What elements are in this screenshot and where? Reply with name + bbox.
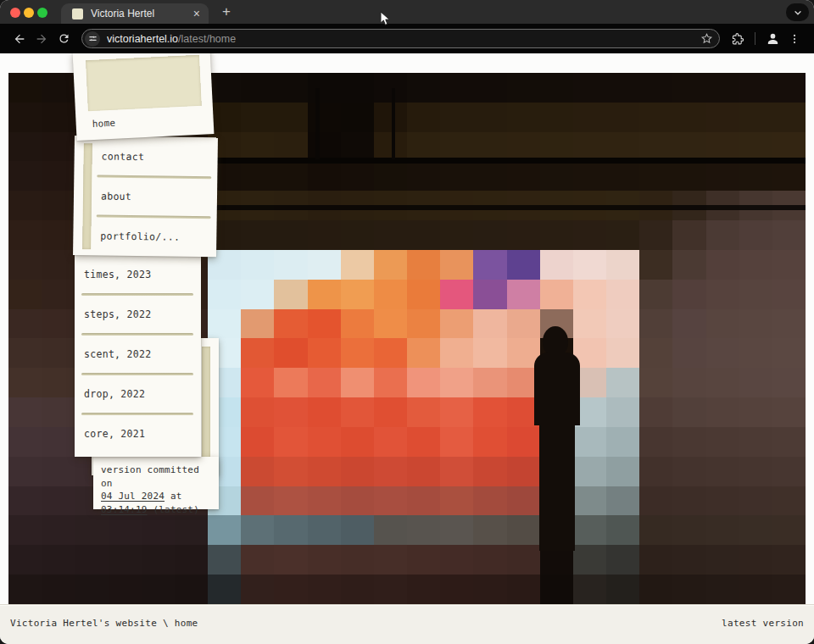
artwork-pixel — [241, 515, 274, 545]
artwork-pixel — [241, 220, 274, 250]
artwork-pixel — [42, 73, 75, 103]
version-text: (latest) — [148, 504, 199, 515]
artwork-pixel — [274, 486, 307, 516]
work-link-drop[interactable]: drop, 2022 — [75, 375, 201, 413]
artwork-pixel — [341, 73, 374, 103]
nav-link-contact[interactable]: contact — [74, 137, 218, 176]
artwork-pixel — [772, 161, 806, 191]
forward-arrow-icon — [35, 32, 48, 46]
nav-card-home[interactable]: home — [73, 53, 215, 141]
version-date-link[interactable]: 04 Jul 2024 — [101, 491, 164, 502]
profile-button[interactable] — [761, 28, 783, 50]
work-link-steps[interactable]: steps, 2022 — [75, 296, 201, 333]
tab-title: Victoria Hertel — [91, 8, 192, 19]
artwork-pixel — [606, 397, 639, 427]
artwork-pixel — [407, 486, 440, 516]
work-link-core[interactable]: core, 2021 — [75, 415, 201, 452]
artwork-pixel — [606, 309, 639, 339]
artwork-pixel — [308, 280, 341, 309]
artwork-pixel — [672, 103, 705, 132]
minimize-window-button[interactable] — [24, 8, 34, 18]
artwork-pixel — [42, 103, 75, 132]
tab-strip: Victoria Hertel × + — [0, 0, 814, 24]
artwork-pixel — [407, 397, 440, 427]
artwork-pixel — [606, 457, 639, 486]
artwork-pixel — [739, 486, 772, 516]
viewer-silhouette-torso — [534, 353, 580, 425]
artwork-pixel — [473, 73, 506, 103]
artwork-pixel — [308, 309, 341, 339]
artwork-pixel — [341, 103, 374, 132]
artwork-pixel — [308, 73, 341, 103]
back-button[interactable] — [8, 28, 31, 50]
artwork-pixel — [241, 486, 274, 516]
tab-search-button[interactable] — [786, 3, 809, 21]
artwork-pixel — [274, 220, 307, 250]
artwork-pixel — [274, 103, 307, 132]
site-settings-button[interactable] — [85, 31, 100, 47]
artwork-pixel — [507, 575, 540, 604]
artwork-pixel — [473, 309, 506, 339]
zoom-window-button[interactable] — [37, 8, 47, 18]
artwork-pixel — [440, 309, 473, 339]
artwork-pixel — [374, 103, 407, 132]
version-time-link[interactable]: 03:14:19 — [101, 504, 148, 515]
artwork-pixel — [8, 191, 42, 220]
url-path: /latest/home — [178, 33, 236, 45]
artwork-pixel — [8, 161, 42, 191]
artwork-pixel — [341, 457, 374, 486]
nav-link-portfolio[interactable]: portfolio/... — [73, 217, 217, 256]
viewer-silhouette-head — [543, 326, 568, 356]
artwork-pixel — [706, 515, 739, 545]
nav-link-home[interactable]: home — [92, 114, 202, 130]
forward-button[interactable] — [31, 28, 53, 50]
artwork-pixel — [540, 73, 573, 103]
ceiling-mount — [392, 88, 395, 159]
url-bar[interactable]: victoriahertel.io/latest/home — [81, 29, 720, 48]
artwork-pixel — [440, 545, 473, 575]
extensions-button[interactable] — [727, 28, 749, 50]
new-tab-button[interactable]: + — [216, 3, 237, 21]
artwork-pixel — [473, 368, 506, 397]
artwork-pixel — [672, 280, 705, 309]
artwork-pixel — [341, 575, 374, 604]
artwork-pixel — [507, 250, 540, 280]
artwork-pixel — [672, 368, 705, 397]
polaroid-photo — [86, 55, 202, 111]
card-spine — [202, 347, 210, 467]
work-link-scent[interactable]: scent, 2022 — [75, 336, 201, 373]
artwork-pixel — [241, 427, 274, 457]
artwork-pixel — [606, 250, 639, 280]
artwork-pixel — [639, 545, 672, 575]
artwork-pixel — [374, 545, 407, 575]
work-link-times[interactable]: times, 2023 — [75, 256, 201, 293]
bookmark-star-icon[interactable] — [700, 32, 713, 45]
artwork-pixel — [672, 73, 705, 103]
artwork-pixel — [75, 545, 108, 575]
artwork-pixel — [739, 575, 772, 604]
artwork-pixel — [274, 338, 307, 368]
artwork-pixel — [772, 397, 806, 427]
artwork-pixel — [473, 575, 506, 604]
artwork-pixel — [440, 515, 473, 545]
artwork-pixel — [639, 161, 672, 191]
nav-link-about[interactable]: about — [74, 177, 218, 216]
close-window-button[interactable] — [10, 8, 20, 18]
tab-close-icon[interactable]: × — [192, 8, 202, 19]
artwork-pixel — [241, 575, 274, 604]
reload-button[interactable] — [53, 28, 75, 50]
browser-tab[interactable]: Victoria Hertel × — [61, 3, 209, 24]
artwork-pixel — [706, 161, 739, 191]
artwork-pixel — [274, 280, 307, 309]
artwork-pixel — [274, 397, 307, 427]
user-avatar-icon — [766, 31, 780, 46]
artwork-pixel — [573, 486, 606, 516]
artwork-pixel — [573, 545, 606, 575]
url-text[interactable]: victoriahertel.io/latest/home — [107, 33, 700, 45]
artwork-pixel — [8, 575, 42, 604]
artwork-pixel — [374, 338, 407, 368]
artwork-pixel — [440, 427, 473, 457]
artwork-pixel — [772, 280, 806, 309]
browser-menu-button[interactable] — [783, 28, 806, 50]
artwork-pixel — [374, 427, 407, 457]
